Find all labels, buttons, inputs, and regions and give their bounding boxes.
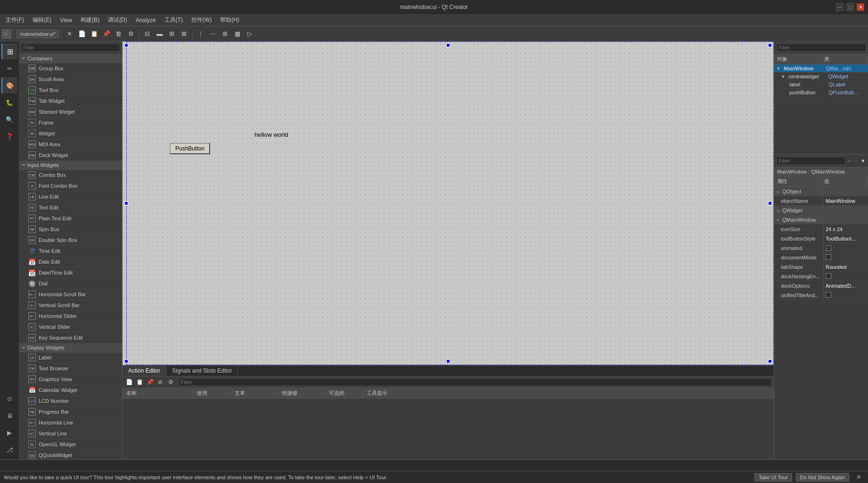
toolbar-close-btn[interactable]: ✕ (64, 28, 75, 40)
menu-tools[interactable]: 工具(T) (161, 15, 187, 25)
widget-combo-box[interactable]: CB Combo Box (19, 170, 122, 181)
prop-more-btn[interactable]: ▼ (860, 157, 866, 165)
widget-label[interactable]: Lb Label (19, 352, 122, 363)
widget-tool-box[interactable]: TB Tool Box (19, 85, 122, 96)
widget-line-edit[interactable]: LE Line Edit (19, 192, 122, 202)
toolbar-settings-btn[interactable]: ⚙ (125, 28, 137, 40)
prop-val-docknestin[interactable] (824, 272, 868, 281)
activity-design[interactable]: 🎨 (1, 77, 17, 93)
object-filter-input[interactable] (776, 43, 866, 52)
widget-font-combo-box[interactable]: A Font Combo Box (19, 181, 122, 192)
activity-output[interactable]: ⊙ (1, 391, 17, 407)
prop-val-animated[interactable]: ✓ (824, 244, 868, 252)
prop-add-btn[interactable]: + (847, 157, 852, 165)
widget-filter-input[interactable] (21, 43, 120, 52)
menu-help[interactable]: 帮助(H) (216, 15, 243, 25)
documentmode-checkbox[interactable] (826, 254, 831, 260)
widget-double-spin-box[interactable]: DS Double Spin Box (19, 235, 122, 246)
docknesting-checkbox[interactable] (826, 273, 831, 279)
widget-progress-bar[interactable]: PB Progress Bar (19, 407, 122, 417)
toolbar-grid1-btn[interactable]: ⋮ (195, 28, 206, 40)
toolbar-new-btn[interactable]: 📄 (76, 28, 88, 40)
widget-graphics-view[interactable]: GV Graphics View (19, 374, 122, 385)
pushbutton-widget[interactable]: PushButton (170, 143, 210, 154)
widget-plain-text-edit[interactable]: PT Plain Text Edit (19, 213, 122, 224)
widget-text-edit[interactable]: TE Text Edit (19, 202, 122, 213)
toolbar-layout1-btn[interactable]: ⊟ (142, 28, 153, 40)
menu-view[interactable]: View (56, 16, 76, 25)
action-new-btn[interactable]: 📄 (124, 377, 134, 387)
widget-datetime-edit[interactable]: 📆 Date/Time Edit (19, 267, 122, 278)
obj-row-mainwindow[interactable]: ▼ MainWindow QMai...ndo (774, 65, 868, 73)
widget-dial[interactable]: 🔘 Dial (19, 278, 122, 289)
action-copy-btn[interactable]: 📋 (135, 377, 144, 387)
take-tour-button[interactable]: Take UI Tour (754, 473, 792, 482)
activity-search[interactable]: 🔍 (1, 111, 17, 127)
unifiedtitle-checkbox[interactable] (826, 292, 831, 298)
handle-bm[interactable] (446, 359, 450, 363)
prop-cat-qobject[interactable]: ▼ QObject (774, 187, 868, 196)
dismiss-tour-button[interactable]: Do Not Show Again (796, 473, 849, 482)
mode-indicator[interactable]: ▷ (2, 29, 11, 39)
widget-calendar-widget[interactable]: 📅 Calendar Widget (19, 385, 122, 396)
toolbar-grid2-btn[interactable]: ⋯ (207, 28, 219, 40)
prop-val-dockoptions[interactable]: AnimatedD... (824, 282, 868, 290)
prop-cat-qmainwindow[interactable]: ▼ QMainWindow (774, 215, 868, 225)
handle-tl[interactable] (124, 43, 128, 47)
obj-row-label[interactable]: label QLabel (774, 81, 868, 89)
activity-source[interactable]: ⎇ (1, 441, 17, 458)
action-settings2-btn[interactable]: ⚙ (166, 377, 175, 387)
widget-horizontal-slider[interactable]: H─ Horizontal Slider (19, 311, 122, 322)
prop-cat-qwidget[interactable]: ▼ QWidget (774, 206, 868, 215)
category-containers[interactable]: Containers (19, 54, 122, 63)
minimize-button[interactable]: ─ (836, 3, 843, 11)
tab-signals-slots[interactable]: Signals and Slots Editor (166, 366, 238, 376)
toolbar-layout3-btn[interactable]: ⊞ (166, 28, 178, 40)
widget-vertical-slider[interactable]: V│ Vertical Slider (19, 322, 122, 333)
widget-stacked-widget[interactable]: SW Stacked Widget (19, 107, 122, 117)
handle-ml[interactable] (124, 201, 128, 205)
widget-key-sequence-edit[interactable]: KS Key Sequence Edit (19, 333, 122, 343)
widget-dock-widget[interactable]: DW Dock Widget (19, 150, 122, 161)
prop-val-objectname[interactable]: MainWindow (824, 197, 868, 205)
widget-horizontal-scroll-bar[interactable]: H↔ Horizontal Scroll Bar (19, 289, 122, 300)
obj-row-pushbutton[interactable]: pushButton QPushButt... (774, 89, 868, 97)
toolbar-copy-btn[interactable]: 📋 (89, 28, 100, 40)
toolbar-grid3-btn[interactable]: ⊞ (220, 28, 231, 40)
toolbar-paste-btn[interactable]: 📌 (101, 28, 112, 40)
activity-monitor[interactable]: 🖥 (1, 408, 17, 424)
widget-vertical-line[interactable]: V│ Vertical Line (19, 428, 122, 439)
widget-lcd-number[interactable]: LCD LCD Number (19, 396, 122, 407)
menu-build[interactable]: 构建(B) (77, 15, 103, 25)
property-filter-input[interactable] (776, 157, 846, 165)
activity-help[interactable]: ❓ (1, 128, 17, 144)
menu-edit[interactable]: 编辑(E) (29, 15, 55, 25)
category-input-widgets[interactable]: Input Widgets (19, 161, 122, 170)
handle-mr[interactable] (768, 201, 772, 205)
widget-qquickwidget[interactable]: QQ QQuickWidget (19, 450, 122, 459)
close-tour-icon[interactable]: ✕ (853, 472, 864, 483)
file-tab[interactable]: mainwindow.ui* (16, 30, 59, 38)
handle-tm[interactable] (446, 43, 450, 47)
widget-spin-box[interactable]: SB Spin Box (19, 224, 122, 235)
widget-mdi-area[interactable]: MDI MDI Area (19, 139, 122, 150)
handle-bl[interactable] (124, 359, 128, 363)
category-display-widgets[interactable]: Display Widgets (19, 343, 122, 352)
widget-group-box[interactable]: GB Group Box (19, 63, 122, 74)
obj-row-centralwidget[interactable]: ▼ centralwidget QWidget (774, 73, 868, 81)
action-paste-btn[interactable]: 📌 (145, 377, 155, 387)
menu-controls[interactable]: 控件(W) (188, 15, 215, 25)
widget-scroll-area[interactable]: SA Scroll Area (19, 74, 122, 85)
hellow-label-widget[interactable]: hellow world (254, 131, 288, 138)
activity-debug[interactable]: 🐛 (1, 94, 17, 110)
activity-play[interactable]: ▶ (1, 425, 17, 441)
menu-debug[interactable]: 调试(D) (104, 15, 131, 25)
widget-widget[interactable]: W Widget (19, 128, 122, 139)
animated-checkbox[interactable]: ✓ (826, 245, 831, 251)
prop-val-unifiedtitle[interactable] (824, 291, 868, 300)
tab-action-editor[interactable]: Action Editor (123, 366, 166, 376)
handle-tr[interactable] (768, 43, 772, 47)
activity-welcome[interactable]: ⊞ (1, 43, 17, 59)
menu-file[interactable]: 文件(F) (2, 15, 28, 25)
handle-br[interactable] (768, 359, 772, 363)
